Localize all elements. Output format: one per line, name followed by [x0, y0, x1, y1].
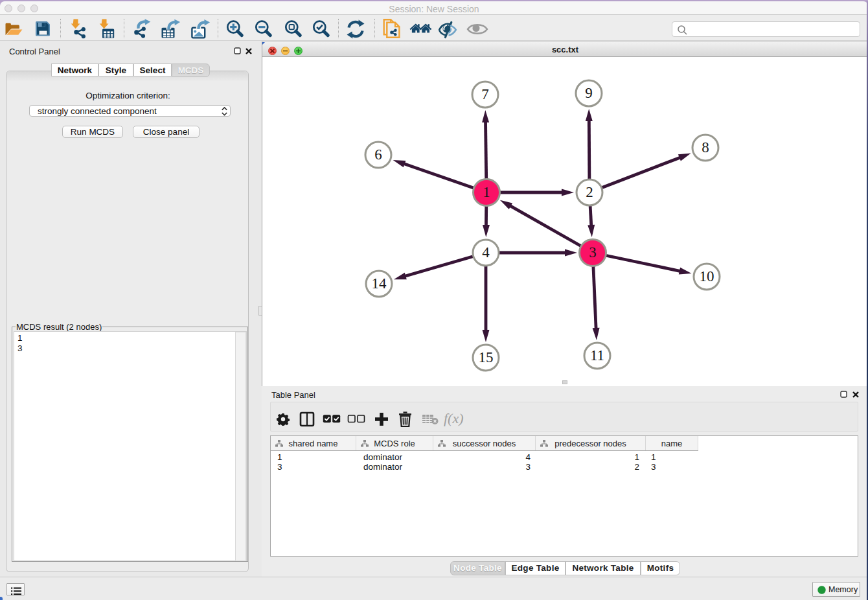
svg-text:14: 14: [372, 275, 387, 292]
svg-text:6: 6: [374, 146, 382, 163]
svg-text:9: 9: [585, 85, 593, 101]
svg-text:3: 3: [589, 244, 597, 260]
svg-text:10: 10: [700, 268, 714, 284]
svg-text:7: 7: [481, 86, 489, 102]
svg-text:2: 2: [586, 184, 593, 200]
svg-text:1: 1: [483, 184, 490, 200]
svg-text:15: 15: [479, 349, 494, 365]
svg-text:4: 4: [482, 244, 490, 260]
svg-text:8: 8: [702, 139, 709, 156]
svg-text:11: 11: [590, 347, 604, 363]
